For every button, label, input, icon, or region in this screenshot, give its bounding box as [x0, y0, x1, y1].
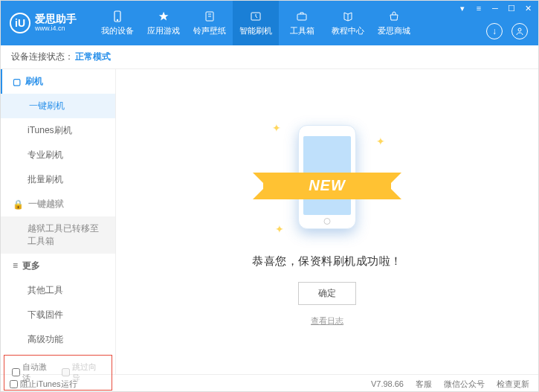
book-icon: [341, 10, 355, 23]
sparkle-icon: ✦: [272, 122, 281, 134]
status-mode: 正常模式: [75, 51, 111, 63]
sparkle-icon: ✦: [376, 135, 385, 147]
user-button[interactable]: [511, 23, 528, 39]
sidebar-item-itunes-flash[interactable]: iTunes刷机: [1, 118, 115, 143]
jailbreak-note: 越狱工具已转移至工具箱: [1, 216, 115, 254]
sparkle-icon: ✦: [275, 223, 284, 235]
nav-apps-games[interactable]: 应用游戏: [141, 1, 187, 45]
footer-link-support[interactable]: 客服: [416, 379, 432, 390]
sidebar-item-download-firmware[interactable]: 下载固件: [1, 303, 115, 327]
version-label: V7.98.66: [371, 379, 404, 388]
nav-toolbox[interactable]: 工具箱: [279, 1, 325, 45]
svg-point-1: [117, 19, 117, 20]
nav-smart-flash[interactable]: 智能刷机: [233, 1, 279, 45]
sidebar-item-batch-flash[interactable]: 批量刷机: [1, 167, 115, 192]
nav-tutorials[interactable]: 教程中心: [325, 1, 371, 45]
svg-point-5: [518, 28, 521, 31]
minimize-icon[interactable]: ─: [491, 4, 500, 13]
view-log-link[interactable]: 查看日志: [311, 315, 343, 327]
success-message: 恭喜您，保资料刷机成功啦！: [252, 254, 402, 269]
sidebar-item-pro-flash[interactable]: 专业刷机: [1, 143, 115, 167]
window-controls: ▾ ≡ ─ ☐ ✕: [458, 4, 532, 13]
footer-link-wechat[interactable]: 微信公众号: [444, 379, 485, 390]
sidebar-section-jailbreak: 🔒 一键越狱: [1, 192, 115, 216]
app-header: iU 爱思助手 www.i4.cn 我的设备 应用游戏 铃声壁纸 智能刷机 工具…: [1, 1, 538, 45]
nav-ringtones[interactable]: 铃声壁纸: [187, 1, 233, 45]
sidebar: ▢ 刷机 一键刷机 iTunes刷机 专业刷机 批量刷机 🔒 一键越狱 越狱工具…: [1, 69, 116, 374]
svg-rect-4: [297, 14, 306, 20]
store-icon: [387, 10, 401, 23]
nav-store[interactable]: 爱思商城: [371, 1, 417, 45]
logo-icon: iU: [10, 13, 30, 33]
app-url: www.i4.cn: [35, 25, 77, 33]
close-icon[interactable]: ✕: [523, 4, 532, 13]
toolbox-icon: [295, 10, 309, 23]
sidebar-section-more[interactable]: ≡ 更多: [1, 254, 115, 278]
flash-icon: [249, 10, 262, 23]
apps-icon: [157, 10, 170, 23]
download-button[interactable]: ↓: [486, 23, 503, 39]
ok-button[interactable]: 确定: [298, 282, 356, 305]
menu-icon[interactable]: ▾: [458, 4, 467, 13]
maximize-icon[interactable]: ☐: [507, 4, 516, 13]
settings-icon[interactable]: ≡: [474, 4, 483, 13]
main-content: ✦ ✦ ✦ NEW 恭喜您，保资料刷机成功啦！ 确定 查看日志: [116, 69, 538, 374]
phone-icon: ▢: [13, 77, 21, 87]
sidebar-item-other-tools[interactable]: 其他工具: [1, 278, 115, 303]
logo-area: iU 爱思助手 www.i4.cn: [10, 13, 77, 33]
top-nav: 我的设备 应用游戏 铃声壁纸 智能刷机 工具箱 教程中心 爱思商城: [94, 1, 417, 45]
music-icon: [203, 10, 216, 23]
sidebar-item-onekey-flash[interactable]: 一键刷机: [0, 94, 115, 118]
app-title: 爱思助手: [35, 13, 77, 25]
status-bar: 设备连接状态： 正常模式: [1, 45, 538, 69]
phone-icon: [111, 10, 124, 23]
list-icon: ≡: [13, 260, 18, 271]
footer-link-update[interactable]: 检查更新: [497, 379, 529, 390]
status-label: 设备连接状态：: [11, 51, 74, 63]
new-ribbon: NEW: [263, 173, 391, 199]
lock-icon: 🔒: [13, 199, 24, 210]
nav-my-device[interactable]: 我的设备: [94, 1, 141, 45]
success-illustration: ✦ ✦ ✦ NEW: [268, 118, 387, 244]
checkbox-block-itunes[interactable]: 阻止iTunes运行: [10, 379, 77, 390]
sidebar-section-flash[interactable]: ▢ 刷机: [1, 69, 115, 94]
sidebar-item-advanced[interactable]: 高级功能: [1, 327, 115, 352]
